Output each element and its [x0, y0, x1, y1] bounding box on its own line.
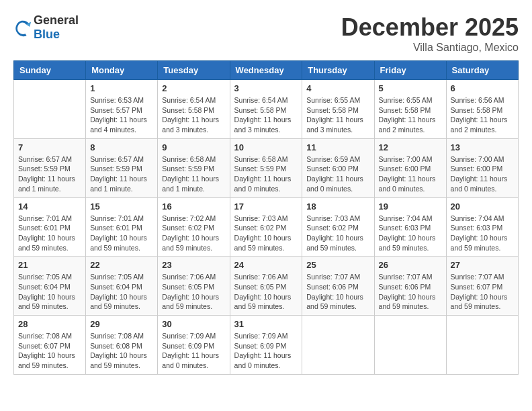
calendar-cell: 15Sunrise: 7:01 AM Sunset: 6:01 PM Dayli… [86, 197, 158, 257]
calendar-cell: 25Sunrise: 7:07 AM Sunset: 6:06 PM Dayli… [302, 257, 374, 316]
day-info: Sunrise: 7:09 AM Sunset: 6:09 PM Dayligh… [234, 331, 298, 371]
day-number: 20 [451, 201, 514, 212]
calendar-cell: 21Sunrise: 7:05 AM Sunset: 6:04 PM Dayli… [14, 257, 86, 316]
calendar-cell: 11Sunrise: 6:59 AM Sunset: 6:00 PM Dayli… [302, 138, 374, 197]
day-info: Sunrise: 6:53 AM Sunset: 5:57 PM Dayligh… [90, 95, 153, 135]
day-number: 12 [379, 142, 442, 152]
calendar-cell [302, 316, 374, 375]
day-info: Sunrise: 6:57 AM Sunset: 5:59 PM Dayligh… [90, 154, 153, 194]
day-info: Sunrise: 7:00 AM Sunset: 6:00 PM Dayligh… [379, 154, 442, 194]
day-info: Sunrise: 7:06 AM Sunset: 6:05 PM Dayligh… [162, 272, 225, 312]
day-number: 1 [90, 83, 153, 93]
month-title: December 2025 [341, 13, 519, 42]
day-number: 15 [90, 201, 153, 212]
day-info: Sunrise: 6:57 AM Sunset: 5:59 PM Dayligh… [18, 154, 81, 194]
calendar-cell [446, 316, 518, 375]
calendar-cell: 13Sunrise: 7:00 AM Sunset: 6:00 PM Dayli… [446, 138, 518, 197]
weekday-header: Saturday [446, 61, 518, 80]
weekday-header: Thursday [302, 61, 374, 80]
day-number: 31 [234, 319, 298, 329]
calendar-cell: 24Sunrise: 7:06 AM Sunset: 6:05 PM Dayli… [230, 257, 302, 316]
day-number: 11 [306, 142, 369, 152]
calendar-cell: 31Sunrise: 7:09 AM Sunset: 6:09 PM Dayli… [230, 316, 302, 375]
day-number: 10 [234, 142, 298, 152]
day-number: 28 [18, 319, 81, 329]
day-info: Sunrise: 7:02 AM Sunset: 6:02 PM Dayligh… [162, 214, 225, 253]
calendar-cell: 3Sunrise: 6:54 AM Sunset: 5:58 PM Daylig… [230, 80, 302, 139]
weekday-header: Sunday [14, 61, 86, 80]
calendar-cell: 6Sunrise: 6:56 AM Sunset: 5:58 PM Daylig… [446, 80, 518, 139]
calendar-week-row: 7Sunrise: 6:57 AM Sunset: 5:59 PM Daylig… [14, 138, 519, 197]
day-number: 26 [379, 260, 442, 270]
day-info: Sunrise: 6:56 AM Sunset: 5:58 PM Dayligh… [451, 95, 514, 135]
day-info: Sunrise: 7:03 AM Sunset: 6:02 PM Dayligh… [234, 214, 298, 253]
calendar-cell: 8Sunrise: 6:57 AM Sunset: 5:59 PM Daylig… [86, 138, 158, 197]
weekday-header: Tuesday [158, 61, 230, 80]
calendar-cell: 17Sunrise: 7:03 AM Sunset: 6:02 PM Dayli… [230, 197, 302, 257]
calendar-cell: 26Sunrise: 7:07 AM Sunset: 6:06 PM Dayli… [374, 257, 446, 316]
logo-text: General Blue [34, 13, 79, 42]
calendar-week-row: 1Sunrise: 6:53 AM Sunset: 5:57 PM Daylig… [14, 80, 519, 139]
day-number: 19 [379, 201, 442, 212]
calendar-week-row: 28Sunrise: 7:08 AM Sunset: 6:07 PM Dayli… [14, 316, 519, 375]
day-number: 13 [451, 142, 514, 152]
calendar-cell: 7Sunrise: 6:57 AM Sunset: 5:59 PM Daylig… [14, 138, 86, 197]
day-number: 7 [18, 142, 81, 152]
calendar-cell: 9Sunrise: 6:58 AM Sunset: 5:59 PM Daylig… [158, 138, 230, 197]
day-number: 5 [379, 83, 442, 93]
day-number: 18 [306, 201, 369, 212]
day-info: Sunrise: 6:54 AM Sunset: 5:58 PM Dayligh… [234, 95, 298, 135]
calendar-cell: 2Sunrise: 6:54 AM Sunset: 5:58 PM Daylig… [158, 80, 230, 139]
logo-icon [13, 18, 32, 37]
calendar-cell: 1Sunrise: 6:53 AM Sunset: 5:57 PM Daylig… [86, 80, 158, 139]
day-number: 17 [234, 201, 298, 212]
calendar-cell [14, 80, 86, 139]
day-info: Sunrise: 7:00 AM Sunset: 6:00 PM Dayligh… [451, 154, 514, 194]
day-info: Sunrise: 7:08 AM Sunset: 6:07 PM Dayligh… [18, 331, 81, 371]
day-info: Sunrise: 7:01 AM Sunset: 6:01 PM Dayligh… [18, 214, 81, 253]
calendar-cell: 16Sunrise: 7:02 AM Sunset: 6:02 PM Dayli… [158, 197, 230, 257]
day-info: Sunrise: 7:08 AM Sunset: 6:08 PM Dayligh… [90, 331, 153, 371]
calendar-cell: 28Sunrise: 7:08 AM Sunset: 6:07 PM Dayli… [14, 316, 86, 375]
day-info: Sunrise: 7:04 AM Sunset: 6:03 PM Dayligh… [451, 214, 514, 253]
calendar-cell: 18Sunrise: 7:03 AM Sunset: 6:02 PM Dayli… [302, 197, 374, 257]
weekday-header: Monday [86, 61, 158, 80]
day-info: Sunrise: 7:05 AM Sunset: 6:04 PM Dayligh… [18, 272, 81, 312]
calendar-cell: 12Sunrise: 7:00 AM Sunset: 6:00 PM Dayli… [374, 138, 446, 197]
day-info: Sunrise: 6:55 AM Sunset: 5:58 PM Dayligh… [306, 95, 369, 135]
day-number: 29 [90, 319, 153, 329]
day-number: 6 [451, 83, 514, 93]
day-number: 27 [451, 260, 514, 270]
day-number: 24 [234, 260, 298, 270]
day-info: Sunrise: 7:06 AM Sunset: 6:05 PM Dayligh… [234, 272, 298, 312]
day-info: Sunrise: 7:01 AM Sunset: 6:01 PM Dayligh… [90, 214, 153, 253]
day-info: Sunrise: 6:58 AM Sunset: 5:59 PM Dayligh… [234, 154, 298, 194]
weekday-header: Friday [374, 61, 446, 80]
page-header: General Blue December 2025 Villa Santiag… [13, 13, 519, 54]
logo-blue: Blue [34, 28, 60, 41]
calendar-week-row: 21Sunrise: 7:05 AM Sunset: 6:04 PM Dayli… [14, 257, 519, 316]
logo-general: General [34, 13, 79, 27]
day-info: Sunrise: 7:07 AM Sunset: 6:06 PM Dayligh… [379, 272, 442, 312]
day-info: Sunrise: 7:03 AM Sunset: 6:02 PM Dayligh… [306, 214, 369, 253]
day-info: Sunrise: 7:07 AM Sunset: 6:07 PM Dayligh… [451, 272, 514, 312]
day-info: Sunrise: 6:55 AM Sunset: 5:58 PM Dayligh… [379, 95, 442, 135]
calendar-cell: 22Sunrise: 7:05 AM Sunset: 6:04 PM Dayli… [86, 257, 158, 316]
day-info: Sunrise: 6:54 AM Sunset: 5:58 PM Dayligh… [162, 95, 225, 135]
location-title: Villa Santiago, Mexico [341, 42, 519, 54]
calendar-cell: 4Sunrise: 6:55 AM Sunset: 5:58 PM Daylig… [302, 80, 374, 139]
day-number: 9 [162, 142, 225, 152]
day-number: 23 [162, 260, 225, 270]
day-info: Sunrise: 6:59 AM Sunset: 6:00 PM Dayligh… [306, 154, 369, 194]
calendar-cell: 5Sunrise: 6:55 AM Sunset: 5:58 PM Daylig… [374, 80, 446, 139]
calendar-cell: 10Sunrise: 6:58 AM Sunset: 5:59 PM Dayli… [230, 138, 302, 197]
day-info: Sunrise: 7:07 AM Sunset: 6:06 PM Dayligh… [306, 272, 369, 312]
day-number: 25 [306, 260, 369, 270]
calendar-cell: 14Sunrise: 7:01 AM Sunset: 6:01 PM Dayli… [14, 197, 86, 257]
day-info: Sunrise: 6:58 AM Sunset: 5:59 PM Dayligh… [162, 154, 225, 194]
day-number: 8 [90, 142, 153, 152]
day-info: Sunrise: 7:09 AM Sunset: 6:09 PM Dayligh… [162, 331, 225, 371]
calendar-week-row: 14Sunrise: 7:01 AM Sunset: 6:01 PM Dayli… [14, 197, 519, 257]
calendar-cell: 29Sunrise: 7:08 AM Sunset: 6:08 PM Dayli… [86, 316, 158, 375]
calendar-header-row: SundayMondayTuesdayWednesdayThursdayFrid… [14, 61, 519, 80]
